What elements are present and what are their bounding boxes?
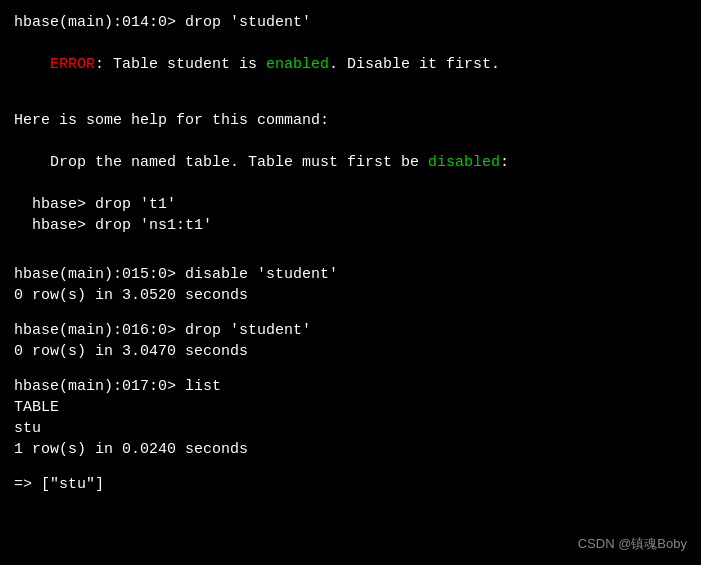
help-disabled: disabled bbox=[428, 154, 500, 171]
command-line-014: hbase(main):014:0> drop 'student' bbox=[14, 12, 687, 33]
result-015: 0 row(s) in 3.0520 seconds bbox=[14, 285, 687, 306]
error-label: ERROR bbox=[50, 56, 95, 73]
table-header: TABLE bbox=[14, 397, 687, 418]
help-example-1: hbase> drop 't1' bbox=[14, 194, 687, 215]
command-line-016: hbase(main):016:0> drop 'student' bbox=[14, 320, 687, 341]
command-line-017: hbase(main):017:0> list bbox=[14, 376, 687, 397]
terminal-window: hbase(main):014:0> drop 'student' ERROR:… bbox=[0, 0, 701, 565]
spacer-1 bbox=[14, 96, 687, 110]
help-text-2: : bbox=[500, 154, 509, 171]
result-017: 1 row(s) in 0.0240 seconds bbox=[14, 439, 687, 460]
command-line-015: hbase(main):015:0> disable 'student' bbox=[14, 264, 687, 285]
help-example-2: hbase> drop 'ns1:t1' bbox=[14, 215, 687, 236]
spacer-3 bbox=[14, 250, 687, 264]
help-text-1: Drop the named table. Table must first b… bbox=[50, 154, 428, 171]
help-header: Here is some help for this command: bbox=[14, 110, 687, 131]
repl-result: => ["stu"] bbox=[14, 474, 687, 495]
error-text-2: . Disable it first. bbox=[329, 56, 500, 73]
spacer-4 bbox=[14, 306, 687, 320]
error-text-1: : Table student is bbox=[95, 56, 266, 73]
error-line: ERROR: Table student is enabled. Disable… bbox=[14, 33, 687, 96]
help-description: Drop the named table. Table must first b… bbox=[14, 131, 687, 194]
spacer-6 bbox=[14, 460, 687, 474]
watermark: CSDN @镇魂Boby bbox=[578, 535, 687, 553]
spacer-2 bbox=[14, 236, 687, 250]
result-016: 0 row(s) in 3.0470 seconds bbox=[14, 341, 687, 362]
error-enabled: enabled bbox=[266, 56, 329, 73]
table-row-stu: stu bbox=[14, 418, 687, 439]
spacer-5 bbox=[14, 362, 687, 376]
